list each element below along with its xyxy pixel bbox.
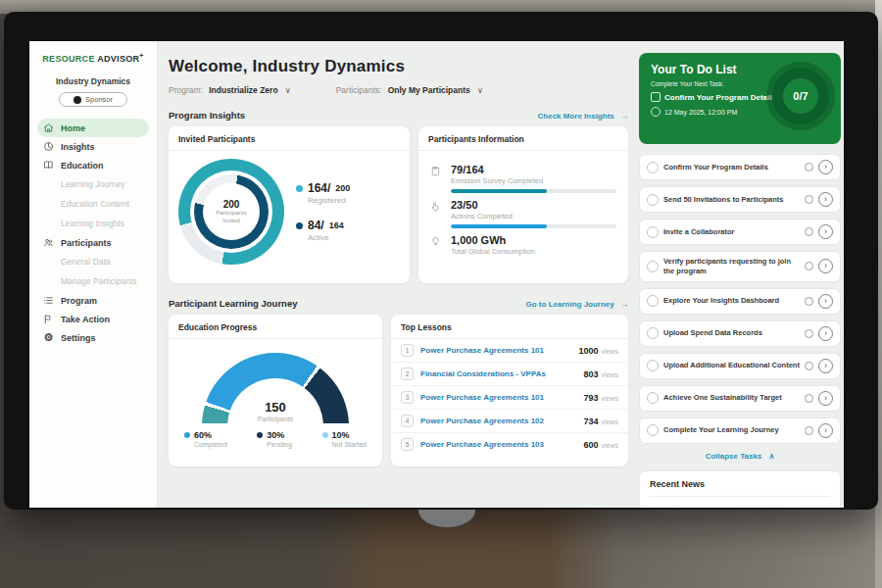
insights-icon xyxy=(43,141,54,152)
chevron-down-icon: ∨ xyxy=(477,86,483,95)
top-lessons-card: Top Lessons 1 Power Purchase Agreements … xyxy=(391,315,628,466)
gauge-legend: 60% Completed 30% Pending 10% Not Starte… xyxy=(178,423,372,448)
filters-row: Program: Industrialize Zero ∨ Participan… xyxy=(169,85,628,95)
task-row[interactable]: Invite a Collaborator › xyxy=(639,219,841,245)
task-go-button[interactable]: › xyxy=(818,326,833,341)
task-row[interactable]: Upload Spend Data Records › xyxy=(639,320,841,347)
task-row[interactable]: Verify participants requesting to join t… xyxy=(639,251,841,282)
gauge-center-label: Participants xyxy=(258,416,294,422)
legend-item-registered: 164/200 Registered xyxy=(296,181,350,205)
lesson-views: 803 xyxy=(583,369,598,379)
progress-fill xyxy=(451,189,547,193)
sidebar-item-participants[interactable]: Participants xyxy=(37,233,149,252)
legend-pct: 30% xyxy=(267,430,284,440)
clock-icon xyxy=(651,107,661,117)
donut-legend: 164/200 Registered 84/164 Active xyxy=(296,181,350,242)
legend-label: Active xyxy=(308,233,350,242)
task-checkbox[interactable] xyxy=(647,424,659,436)
lesson-link[interactable]: Power Purchase Agreements 102 xyxy=(420,416,576,425)
task-go-button[interactable]: › xyxy=(818,294,833,309)
link-label: Go to Learning Journey xyxy=(526,300,614,309)
sidebar-item-education-content[interactable]: Education Content xyxy=(37,194,149,214)
sidebar-item-label: Education xyxy=(61,161,104,171)
program-filter[interactable]: Program: Industrialize Zero ∨ xyxy=(169,85,291,95)
views-suffix: views xyxy=(601,371,618,378)
legend-item-active: 84/164 Active xyxy=(296,219,350,242)
task-go-button[interactable]: › xyxy=(818,160,833,174)
sidebar-item-manage-participants[interactable]: Manage Participants xyxy=(37,271,149,291)
program-insights-header: Program Insights Check More Insights → xyxy=(169,110,628,121)
legend-value: 164/ xyxy=(308,181,330,195)
sidebar-item-insights[interactable]: Insights xyxy=(37,137,149,156)
todo-panel: Your To Do List Complete Your Next Task:… xyxy=(639,41,844,508)
task-checkbox[interactable] xyxy=(647,261,659,272)
task-go-button[interactable]: › xyxy=(818,423,833,438)
task-go-button[interactable]: › xyxy=(818,391,833,406)
task-checkbox[interactable] xyxy=(647,360,659,371)
stat-label: Actions Completed xyxy=(451,212,616,220)
home-icon xyxy=(43,122,54,133)
donut-center: 200 Participants Invited xyxy=(203,183,260,240)
task-checkbox[interactable] xyxy=(647,162,659,173)
task-row[interactable]: Confirm Your Program Details › xyxy=(639,154,841,180)
task-go-button[interactable]: › xyxy=(818,224,833,239)
lesson-row: 2 Financial Considerations - VPPAs 803vi… xyxy=(391,363,628,386)
sidebar-item-general-data[interactable]: General Data xyxy=(37,252,149,271)
dashboard-screen: RESOURCE ADVISOR+ Industry Dynamics Spon… xyxy=(29,41,844,508)
task-checkbox[interactable] xyxy=(647,392,659,404)
check-more-insights-link[interactable]: Check More Insights → xyxy=(538,112,628,121)
flag-icon xyxy=(43,314,54,324)
task-go-button[interactable]: › xyxy=(818,259,833,273)
task-checkbox[interactable] xyxy=(647,295,659,307)
arrow-right-icon: → xyxy=(620,112,628,121)
legend-item-pending: 30% Pending xyxy=(257,430,292,448)
education-progress-gauge-chart: 150 Participants xyxy=(202,353,349,423)
stat-value: 1,000 GWh xyxy=(451,234,616,246)
lesson-link[interactable]: Power Purchase Agreements 101 xyxy=(420,346,571,355)
invited-participants-card: Invited Participants 200 Participants In… xyxy=(169,126,410,283)
task-row[interactable]: Upload Additional Educational Content › xyxy=(639,353,841,379)
card-title: Participants Information xyxy=(418,126,628,151)
sidebar-item-learning-insights[interactable]: Learning Insights xyxy=(37,214,149,233)
gauge-center-value: 150 xyxy=(265,400,286,415)
logo-text-secondary: ADVISOR xyxy=(97,54,139,64)
collapse-tasks-link[interactable]: Collapse Tasks ∧ xyxy=(639,452,841,461)
task-row[interactable]: Complete Your Learning Journey › xyxy=(639,417,841,444)
task-go-button[interactable]: › xyxy=(818,359,833,373)
sidebar-item-label: Insights xyxy=(61,142,95,152)
lesson-link[interactable]: Power Purchase Agreements 103 xyxy=(420,440,576,449)
sidebar-item-education[interactable]: Education xyxy=(37,156,149,174)
lesson-link[interactable]: Financial Considerations - VPPAs xyxy=(420,369,576,378)
stat-value: 23/50 xyxy=(451,199,616,211)
sidebar-item-settings[interactable]: ⚙ Settings xyxy=(37,328,149,347)
lesson-views: 1000 xyxy=(578,346,598,356)
clock-icon xyxy=(805,297,813,306)
task-row[interactable]: Achieve One Sustainability Target › xyxy=(639,385,841,412)
views-suffix: views xyxy=(601,442,618,449)
task-row[interactable]: Explore Your Insights Dashboard › xyxy=(639,288,841,315)
sidebar-item-program[interactable]: Program xyxy=(37,291,149,310)
task-list: Confirm Your Program Details › Send 50 I… xyxy=(639,154,841,444)
lesson-row: 5 Power Purchase Agreements 103 600views xyxy=(391,433,628,456)
arrow-right-icon: → xyxy=(620,300,628,309)
lesson-link[interactable]: Power Purchase Agreements 101 xyxy=(420,393,576,402)
collapse-label: Collapse Tasks xyxy=(706,452,762,461)
task-checkbox[interactable] xyxy=(647,327,659,339)
education-progress-card: Education Progress 150 Participants 60% xyxy=(169,315,382,466)
sponsor-badge[interactable]: Sponsor xyxy=(59,92,127,107)
task-checkbox[interactable] xyxy=(647,194,659,206)
lesson-rank: 5 xyxy=(401,438,414,451)
task-checkbox[interactable] xyxy=(647,226,659,238)
link-label: Check More Insights xyxy=(538,112,614,121)
sidebar-item-take-action[interactable]: Take Action xyxy=(37,310,149,328)
recent-news-title: Recent News xyxy=(650,479,830,497)
bulb-pin-icon xyxy=(430,234,443,256)
go-to-learning-journey-link[interactable]: Go to Learning Journey → xyxy=(526,300,628,309)
sidebar-item-learning-journey[interactable]: Learning Journey xyxy=(37,174,149,194)
task-go-button[interactable]: › xyxy=(818,192,833,207)
sidebar-item-home[interactable]: Home xyxy=(37,119,149,137)
task-row[interactable]: Send 50 Invitations to Participants › xyxy=(639,186,841,213)
card-title: Education Progress xyxy=(169,315,382,339)
participants-filter[interactable]: Participants: Only My Participants ∨ xyxy=(336,85,483,95)
sidebar-item-label: Settings xyxy=(61,333,96,343)
